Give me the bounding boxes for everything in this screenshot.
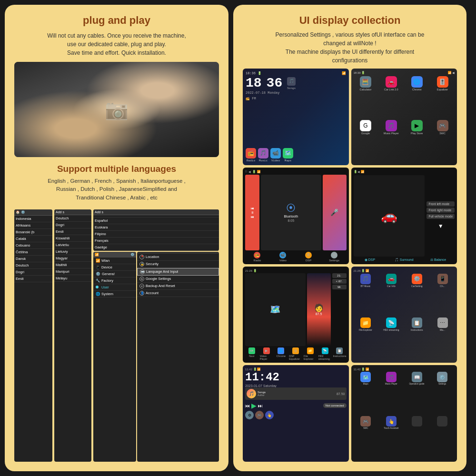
ui1-app-radio[interactable]: 📻 Radio <box>246 148 256 162</box>
lang-item-euskara[interactable]: Euskara <box>93 224 219 231</box>
ui2-playstore[interactable]: ▶ Play Store <box>405 120 429 162</box>
lang-item-eesti2[interactable]: Eesti <box>54 228 91 235</box>
ui2-musicplayer[interactable]: 🎵 Music Player <box>379 120 403 162</box>
ui5-app-instructions[interactable]: 📋 Instructions <box>333 347 346 360</box>
settings-sub-location[interactable]: 📍 Location <box>137 254 219 261</box>
settings-nav-user[interactable]: User <box>93 284 136 291</box>
lang-item-dansk[interactable]: Dansk <box>14 256 52 262</box>
ui7-next-btn[interactable]: ⏭ <box>258 403 263 408</box>
ui6-fileexplorer-icon: 📁 <box>360 317 371 328</box>
lang-item-manipuri[interactable]: Manipuri <box>54 268 91 275</box>
lang-item-indonesia[interactable]: Indonesia <box>14 216 52 222</box>
ui8-touchasst[interactable]: 👆 Touch Assistant <box>379 416 404 459</box>
ui5-app-fileexplorer[interactable]: 📁 File Explorer <box>304 347 317 360</box>
ui6-carsetting[interactable]: ⚙️ CarSetting <box>405 274 429 317</box>
lang-item-catala[interactable]: Català <box>14 236 52 242</box>
ui8-settings[interactable]: ⚙️ Settings <box>430 372 455 415</box>
ui1-app-maps[interactable]: 🗺️ Maps <box>283 148 293 162</box>
seat-down-arrow: ▼ <box>426 221 455 230</box>
lang-item-kiswahili[interactable]: Kiswahili <box>54 235 91 242</box>
lang-item-dogri[interactable]: Dogri <box>14 269 52 276</box>
settings-sub-google[interactable]: G Google Settings <box>137 276 219 283</box>
settings-sub-backup[interactable]: ↩ Backup And Reset <box>137 283 219 290</box>
settings-nav-device[interactable]: 📱 Device <box>93 264 136 271</box>
ui8-musicplayer[interactable]: 🎵 Music Player <box>379 372 404 415</box>
ui2-equalizer[interactable]: 🎚️ Equalizer <box>430 76 455 119</box>
lang-item-deutsch[interactable]: Deutsch <box>14 262 52 269</box>
ui6-more[interactable]: ⋯ Ma... <box>430 317 455 360</box>
ui2-calculator[interactable]: 🧮 Calculator <box>354 76 378 119</box>
ui7-touch-btn[interactable]: 👆 <box>265 411 274 419</box>
ui1-music-icon: 🎵 <box>287 77 296 86</box>
ui6-fileexplorer[interactable]: 📁 File Explorer <box>354 317 378 360</box>
lang-item-filipino[interactable]: Filipino <box>93 231 219 238</box>
settings-nav-system[interactable]: 🌐 System <box>93 291 136 298</box>
lang-item-melayu[interactable]: Melayu <box>54 275 91 282</box>
ui7-swc-btn[interactable]: 🎮 <box>255 411 264 419</box>
settings-nav-wlan[interactable]: 📶 Wlan <box>93 258 136 264</box>
ui8-app-grid: 🗺️ Maps 🎵 Music Player 📖 Operation guide… <box>354 372 455 459</box>
ui3-nav-video[interactable]: 📹 Video <box>271 252 295 262</box>
ui2-carlink[interactable]: 🚗 Car Link 2.0 <box>379 76 403 119</box>
ui5-app-dsp[interactable]: 🎚 DSP Equalizer <box>289 347 302 360</box>
lang-item-dogri2[interactable]: Dogri <box>54 222 91 228</box>
settings-nav-factory[interactable]: 🔧 Factory <box>93 278 136 284</box>
settings-sub-security[interactable]: 🔒 Security <box>137 261 219 268</box>
ui3-nav-radio[interactable]: 📻 Radio <box>245 252 269 262</box>
lang-item-francais[interactable]: Français <box>93 238 219 244</box>
lang-item-gaeilge[interactable]: Gaeilge <box>93 244 219 251</box>
ui7-settings-btn[interactable]: ⚙ <box>245 411 254 419</box>
ui8-swc[interactable]: 🎮 SWC <box>354 416 378 459</box>
ui-display-title: UI display collection <box>243 14 457 27</box>
ui5-app-videoplayer[interactable]: ▶ Video Player <box>260 347 273 360</box>
lang-item-afrikaans[interactable]: Afrikaans <box>14 222 52 229</box>
ui7-song-artist: Author <box>258 394 335 397</box>
ui7-play-btn[interactable]: ▶ <box>251 402 257 409</box>
ui6-extra[interactable]: 📱 Ch... <box>430 274 455 317</box>
ui6-carinfo[interactable]: 🚗 Car Info <box>379 274 403 317</box>
seat-front-right[interactable]: Front right mode <box>426 208 455 213</box>
seat-front-left[interactable]: Front left mode <box>426 201 455 207</box>
lang-item-cestina[interactable]: Čeština <box>14 249 52 256</box>
ui3-bottom-nav: 📻 Radio 📹 Video 🎚 DSP ⚙ Settings <box>245 252 347 262</box>
ui5-app-hd2[interactable]: 📡 HD2 streaming <box>318 347 332 360</box>
ui2-google-icon: G <box>360 120 371 131</box>
ui8-maps[interactable]: 🗺️ Maps <box>354 372 378 415</box>
lang-item-lietuviy[interactable]: Lietuviy <box>54 248 91 255</box>
ui5-app-navi[interactable]: 🗺 Navi <box>245 347 258 360</box>
ui4-dsp-label[interactable]: ◉ DSP <box>354 258 387 262</box>
ui2-google[interactable]: G Google <box>354 120 378 162</box>
settings-sub-account[interactable]: 👤 Account <box>137 290 219 297</box>
settings-nav-general[interactable]: ⚙️ Genera! <box>93 271 136 278</box>
settings-sub-language[interactable]: ⌨️ Lanquage And Input <box>137 268 219 276</box>
ui1-app-video[interactable]: 📹 Video <box>270 148 281 162</box>
lang-col2-header: Add s <box>54 209 91 215</box>
ui3-nav-dsp[interactable]: 🎚 DSP <box>297 252 321 262</box>
ui6-instructions[interactable]: 📋 Instructions <box>405 317 429 360</box>
plug-desc: Will not cut any cables. Once you receiv… <box>14 31 219 57</box>
lang-item-maithili[interactable]: Maithili <box>54 262 91 268</box>
ui4-surround-label[interactable]: 🎵 Surround <box>387 258 420 262</box>
seat-full-vehicle[interactable]: Full vehicle mode <box>426 214 455 219</box>
lang-item-magyar[interactable]: Magyar <box>54 255 91 262</box>
ui8-extra2 <box>430 416 455 459</box>
ui2-swc[interactable]: 🎮 SWC <box>430 120 455 162</box>
ui7-prev-btn[interactable]: ⏮ <box>245 403 250 408</box>
ui4-balance-label[interactable]: ⚖ Balance <box>422 258 455 262</box>
ui3-nav-settings[interactable]: ⚙ Settings <box>322 252 347 262</box>
lang-item-latviesu[interactable]: Latviešu <box>54 242 91 248</box>
lang-item-cebuano[interactable]: Cebuano <box>14 242 52 249</box>
ui5-app-chrome[interactable]: 🌐 Chrome <box>274 347 288 360</box>
ui6-hd2[interactable]: 📡 HD2 streaming <box>379 317 403 360</box>
ui1-app-music[interactable]: 🎵 Music <box>258 148 268 162</box>
ui6-btmusic[interactable]: 🎵 BT Music <box>354 274 378 317</box>
ui8-opguide[interactable]: 📖 Operation guide <box>405 372 429 415</box>
lang-item-espanol[interactable]: Español <box>93 218 219 224</box>
lang-item-eesti[interactable]: Eesti <box>14 276 52 282</box>
ui8-opguide-label: Operation guide <box>409 383 425 385</box>
ui3-settings-label: Settings <box>329 259 339 262</box>
lang-item-deutsch2[interactable]: Deutsch <box>54 215 91 222</box>
ui2-chrome[interactable]: 🌐 Chrome <box>405 76 429 119</box>
ui6-fileexplorer-label: File Explorer <box>359 328 372 331</box>
lang-item-bosanski[interactable]: Bosanski (b <box>14 229 52 236</box>
